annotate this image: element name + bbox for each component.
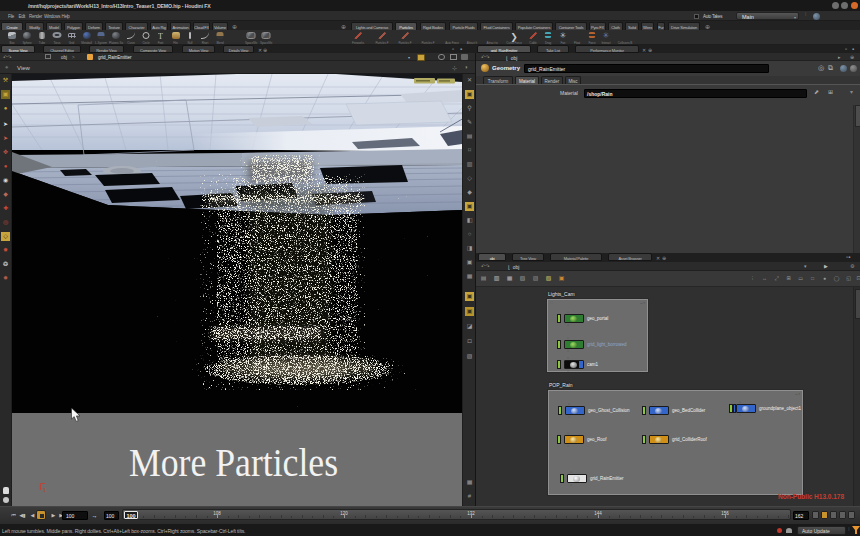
svg-text:1: 1 <box>43 487 47 493</box>
